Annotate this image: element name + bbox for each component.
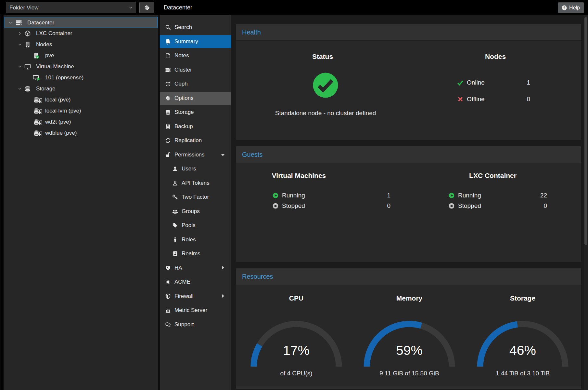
check-icon — [457, 79, 464, 86]
nav-item-label: Options — [174, 92, 194, 105]
tree-item-pve[interactable]: pve — [4, 50, 158, 61]
nav-item-metric-server[interactable]: Metric Server — [160, 304, 231, 317]
nav-item-label: Roles — [182, 233, 196, 246]
nav-item-notes[interactable]: Notes — [160, 49, 231, 62]
tree-item-storage[interactable]: Storage — [4, 83, 158, 94]
nav-item-storage[interactable]: Storage — [160, 106, 231, 119]
nav-item-label: Groups — [182, 205, 200, 218]
memory-detail: 9.11 GiB of 15.50 GiB — [361, 370, 458, 377]
nav-item-options[interactable]: Options — [160, 92, 231, 105]
help-button[interactable]: Help — [558, 2, 584, 13]
nav-item-roles[interactable]: Roles — [160, 233, 231, 246]
nav-item-ceph[interactable]: Ceph — [160, 77, 231, 90]
nav-item-label: Notes — [174, 49, 189, 62]
chevron-right-icon[interactable] — [18, 31, 22, 36]
chevron-down-icon[interactable] — [18, 42, 22, 47]
nav-item-realms[interactable]: Realms — [160, 247, 231, 260]
vm-stopped-row: Stopped 0 — [272, 200, 390, 211]
book-icon — [165, 39, 171, 45]
address-book-icon — [172, 251, 178, 257]
chevron-down-icon[interactable] — [18, 87, 22, 91]
nav-item-users[interactable]: Users — [160, 162, 231, 175]
person-icon — [172, 237, 178, 243]
resource-tree: Datacenter LXC Container Nodes pve Virtu… — [4, 15, 158, 390]
nodes-heading: Nodes — [409, 53, 582, 64]
bar-chart-icon — [165, 307, 171, 313]
monitor-icon — [24, 63, 31, 70]
tree-settings-button[interactable] — [139, 2, 154, 13]
nav-item-backup[interactable]: Backup — [160, 120, 231, 133]
tree-item-nodes[interactable]: Nodes — [4, 39, 158, 50]
nav-item-api-tokens[interactable]: API Tokens — [160, 177, 231, 190]
resources-panel-header: Resources — [236, 268, 581, 285]
tree-item-local-lvm-pve-[interactable]: local-lvm (pve) — [4, 105, 158, 116]
building-icon — [24, 41, 31, 48]
chevron-down-icon[interactable] — [8, 20, 13, 25]
nav-item-pools[interactable]: Pools — [160, 219, 231, 232]
content-title: Datacenter — [164, 0, 192, 15]
heartbeat-icon — [165, 265, 171, 271]
tree-item-local-pve-[interactable]: local (pve) — [4, 94, 158, 105]
window-edge — [0, 15, 4, 390]
tree-item-101-opnsense-[interactable]: 101 (opnsense) — [4, 72, 158, 83]
nav-item-firewall[interactable]: Firewall — [160, 290, 231, 303]
cross-icon — [457, 96, 464, 102]
nav-item-groups[interactable]: Groups — [160, 205, 231, 218]
resources-footer — [236, 386, 581, 389]
scrollbar-thumb[interactable] — [584, 17, 587, 245]
cluster-status-text: Standalone node - no cluster defined — [236, 110, 415, 117]
lxc-running-label: Running — [458, 190, 481, 201]
nav-item-ha[interactable]: HA — [160, 262, 231, 275]
nodes-online-row: Online 1 — [457, 77, 530, 88]
view-selector[interactable]: Folder View — [6, 2, 136, 13]
user-icon — [172, 166, 178, 172]
tree-item-label: LXC Container — [36, 28, 72, 39]
lxc-stopped-count: 0 — [543, 200, 547, 211]
tree-item-wdblue-pve-[interactable]: wdblue (pve) — [4, 128, 158, 139]
server-icon — [16, 20, 22, 26]
nav-item-search[interactable]: Search — [160, 21, 231, 34]
nav-item-label: Cluster — [174, 63, 192, 76]
nav-item-label: Summary — [174, 35, 198, 48]
cpu-gauge-block: CPU 17% of 4 CPU(s) — [248, 287, 345, 386]
chevron-down-icon[interactable] — [18, 64, 22, 69]
tree-item-label: pve — [45, 50, 54, 61]
nav-item-summary[interactable]: Summary — [160, 35, 231, 48]
guests-panel-header: Guests — [236, 146, 581, 163]
vm-heading: Virtual Machines — [236, 172, 362, 183]
vm-running-row: Running 1 — [272, 190, 390, 201]
nav-item-label: Backup — [174, 120, 193, 133]
tree-item-label: Virtual Machine — [36, 61, 74, 72]
unlock-icon — [165, 152, 171, 158]
tree-item-lxc-container[interactable]: LXC Container — [4, 28, 158, 39]
nav-item-cluster[interactable]: Cluster — [160, 63, 231, 76]
cube-icon — [24, 30, 31, 37]
nav-item-label: Firewall — [174, 290, 194, 303]
sync-icon — [165, 138, 171, 143]
tree-item-label: wd2t (pve) — [45, 116, 71, 127]
nav-item-support[interactable]: Support — [160, 318, 231, 331]
nav-item-acme[interactable]: ACME — [160, 276, 231, 289]
building-check-icon — [33, 52, 39, 59]
tree-item-label: local (pve) — [45, 94, 70, 105]
nodes-offline-row: Offline 0 — [457, 93, 530, 105]
guests-title: Guests — [236, 146, 262, 163]
database-drive-icon — [33, 130, 43, 136]
memory-gauge-block: Memory 59% 9.11 GiB of 15.50 GiB — [361, 287, 458, 386]
user-outline-icon — [172, 180, 178, 186]
lxc-running-count: 22 — [540, 190, 547, 201]
memory-gauge — [361, 318, 458, 367]
nav-item-permissions[interactable]: Permissions — [160, 148, 231, 161]
view-selector-value: Folder View — [9, 2, 38, 13]
nav-item-replication[interactable]: Replication — [160, 134, 231, 147]
tree-item-datacenter[interactable]: Datacenter — [4, 17, 158, 28]
tree-item-wd2t-pve-[interactable]: wd2t (pve) — [4, 116, 158, 128]
nav-item-two-factor[interactable]: Two Factor — [160, 191, 231, 204]
storage-heading: Storage — [474, 294, 571, 302]
gear-icon — [144, 5, 150, 11]
nav-item-label: Replication — [174, 134, 202, 147]
chat-icon — [165, 322, 171, 328]
floppy-icon — [165, 124, 171, 129]
tree-item-virtual-machine[interactable]: Virtual Machine — [4, 61, 158, 72]
key-icon — [172, 194, 178, 200]
